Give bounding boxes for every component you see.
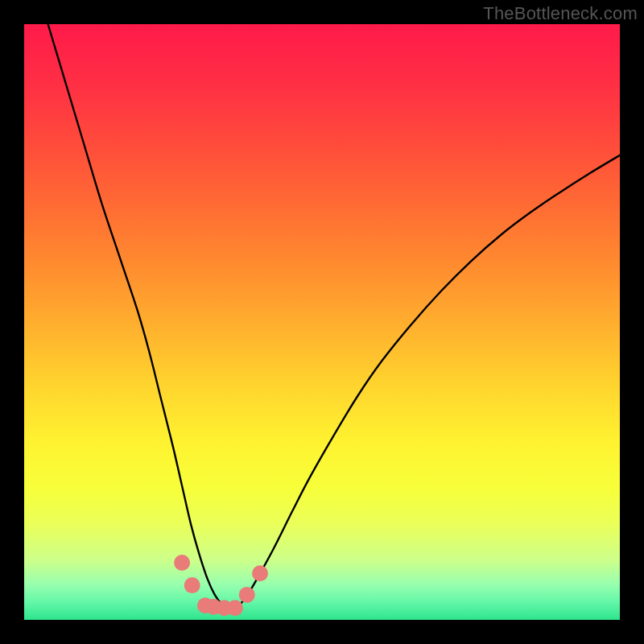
marker-dot — [239, 587, 255, 603]
bottleneck-curve — [48, 24, 620, 609]
plot-area — [24, 24, 620, 620]
marker-dot — [184, 577, 200, 593]
curve-layer — [24, 24, 620, 620]
marker-dot — [252, 565, 268, 581]
chart-frame: TheBottleneck.com — [0, 0, 644, 644]
marker-dot — [227, 600, 243, 616]
marker-dot — [174, 555, 190, 571]
watermark-text: TheBottleneck.com — [483, 3, 638, 24]
